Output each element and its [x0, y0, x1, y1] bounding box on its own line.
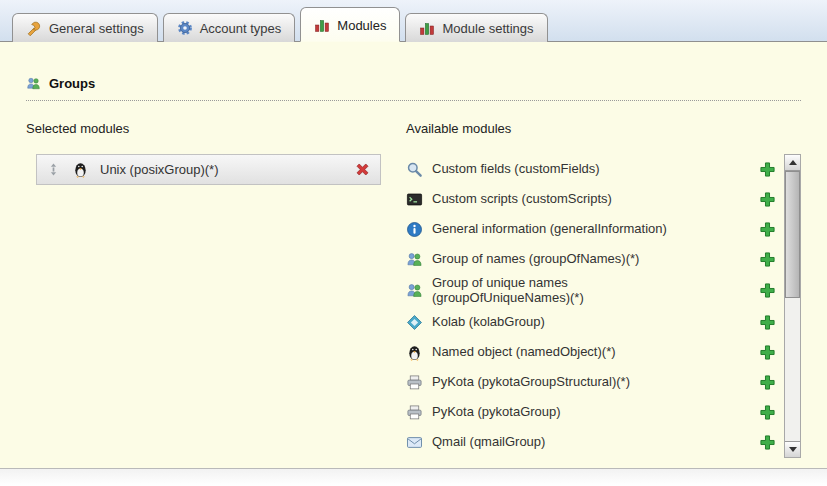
plus-icon [759, 404, 776, 421]
arrow-up-icon [789, 160, 797, 165]
available-modules-column: Available modules Custom fields (customF… [406, 121, 801, 458]
available-module-row: PyKota (pykotaGroup) [406, 398, 776, 428]
plus-icon [759, 251, 776, 268]
scrollbar-up-button[interactable] [785, 155, 800, 171]
section-title: Groups [49, 76, 95, 91]
tux-icon [406, 344, 423, 361]
add-module-button[interactable] [759, 161, 776, 178]
available-module-row: Group of names (groupOfNames)(*) [406, 244, 776, 274]
add-module-button[interactable] [759, 282, 776, 299]
mail-icon [406, 434, 423, 451]
available-module-label: Custom fields (customFields) [432, 162, 600, 177]
plus-icon [759, 282, 776, 299]
scrollbar-thumb[interactable] [785, 171, 800, 298]
tab-bar: General settings Account types Modules M… [0, 0, 827, 42]
plus-icon [759, 344, 776, 361]
add-module-button[interactable] [759, 314, 776, 331]
available-module-row: Kolab (kolabGroup) [406, 308, 776, 338]
available-module-label: Custom scripts (customScripts) [432, 192, 612, 207]
delete-icon [354, 161, 371, 178]
available-module-row: Group of unique names (groupOfUniqueName… [406, 274, 776, 308]
available-module-label: PyKota (pykotaGroupStructural)(*) [432, 375, 630, 390]
printer-icon [406, 374, 423, 391]
add-module-button[interactable] [759, 434, 776, 451]
group-icon [26, 76, 41, 91]
plus-icon [759, 191, 776, 208]
gear-icon [177, 20, 193, 36]
remove-module-button[interactable] [354, 161, 371, 178]
plus-icon [759, 314, 776, 331]
printer-icon [406, 404, 423, 421]
modules-panel: Groups Selected modules Unix (posixGroup… [0, 42, 827, 469]
plus-icon [759, 434, 776, 451]
magnifier-icon [406, 161, 423, 178]
tab-modules[interactable]: Modules [300, 7, 400, 42]
available-module-label: General information (generalInformation) [432, 222, 667, 237]
available-modules-heading: Available modules [406, 121, 801, 136]
available-module-label: Kolab (kolabGroup) [432, 315, 545, 330]
sort-arrows-icon [46, 162, 61, 177]
available-module-label: Named object (namedObject)(*) [432, 345, 616, 360]
add-module-button[interactable] [759, 404, 776, 421]
info-icon [406, 221, 423, 238]
add-module-button[interactable] [759, 221, 776, 238]
selected-modules-heading: Selected modules [26, 121, 406, 136]
tab-label: Modules [337, 18, 386, 33]
tab-module-settings[interactable]: Module settings [405, 13, 547, 42]
available-module-label: PyKota (pykotaGroup) [432, 405, 561, 420]
tab-account-types[interactable]: Account types [163, 13, 296, 42]
selected-module-row[interactable]: Unix (posixGroup)(*) [36, 154, 381, 185]
add-module-button[interactable] [759, 344, 776, 361]
selected-modules-column: Selected modules Unix (posixGroup)(*) [26, 121, 406, 458]
available-module-row: Named object (namedObject)(*) [406, 338, 776, 368]
tab-label: General settings [49, 21, 144, 36]
plus-icon [759, 161, 776, 178]
section-header-groups: Groups [26, 76, 801, 101]
bottom-strip [0, 469, 827, 485]
drag-handle[interactable] [46, 162, 61, 177]
available-module-row: Custom scripts (customScripts) [406, 184, 776, 214]
arrow-down-icon [789, 447, 797, 452]
group-icon [406, 282, 423, 299]
scrollbar-down-button[interactable] [785, 441, 800, 457]
kolab-icon [406, 314, 423, 331]
wrench-icon [26, 20, 42, 36]
available-module-row: Custom fields (customFields) [406, 154, 776, 184]
tab-label: Module settings [442, 21, 533, 36]
terminal-icon [406, 191, 423, 208]
group-icon [406, 251, 423, 268]
selected-module-label: Unix (posixGroup)(*) [100, 162, 343, 177]
tab-general-settings[interactable]: General settings [12, 13, 158, 42]
available-module-row: PyKota (pykotaGroupStructural)(*) [406, 368, 776, 398]
tab-label: Account types [200, 21, 282, 36]
available-module-row: General information (generalInformation) [406, 214, 776, 244]
add-module-button[interactable] [759, 374, 776, 391]
add-module-button[interactable] [759, 191, 776, 208]
scrollbar[interactable] [784, 154, 801, 458]
plus-icon [759, 374, 776, 391]
available-module-row: Qmail (qmailGroup) [406, 428, 776, 458]
available-modules-list: Custom fields (customFields) Custom scri… [406, 154, 776, 458]
available-module-label: Group of names (groupOfNames)(*) [432, 252, 639, 267]
available-module-label: Qmail (qmailGroup) [432, 435, 545, 450]
plus-icon [759, 221, 776, 238]
tux-icon [72, 161, 89, 178]
add-module-button[interactable] [759, 251, 776, 268]
available-module-label: Group of unique names (groupOfUniqueName… [432, 276, 684, 306]
scrollbar-track[interactable] [785, 171, 800, 441]
module-settings-icon [419, 20, 435, 36]
modules-icon [314, 17, 330, 33]
